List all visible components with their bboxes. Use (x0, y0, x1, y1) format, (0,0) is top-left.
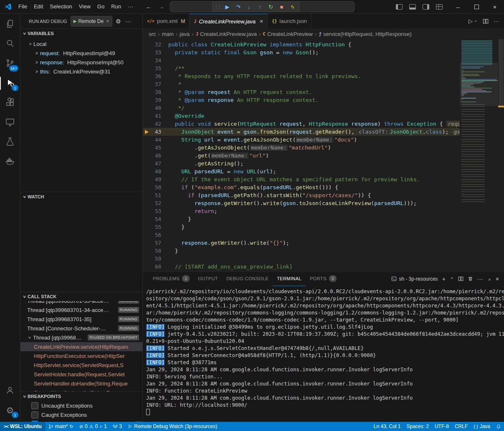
activity-extensions[interactable] (0, 93, 20, 113)
call-stack-thread[interactable]: Thread [qtp399683701-35]RUNNING (20, 314, 142, 324)
forward-button[interactable]: → (158, 3, 164, 10)
disconnect-button[interactable]: ■ (276, 3, 287, 11)
terminal-output[interactable]: /pierrick/.m2/repository/io/cloudevents/… (143, 286, 504, 422)
step-into-button[interactable]: ↓ (244, 3, 254, 11)
panel-tab-debug-console[interactable]: DEBUG CONSOLE (222, 271, 273, 286)
variable-row[interactable]: >request:HttpRequestImpl@49 (20, 48, 142, 58)
breakpoint-row[interactable]: ✓CreateLinkPreview.javasrc/main/java43 (20, 419, 142, 422)
panel-tab-problems[interactable]: PROBLEMS1 (149, 271, 194, 286)
menu-item-[interactable]: ··· (124, 2, 137, 11)
tab-createlinkpreview-java[interactable]: JCreateLinkPreview.java× (190, 14, 268, 28)
continue-button[interactable]: ▶ (222, 3, 233, 11)
panel-tab-output[interactable]: OUTPUT (194, 271, 222, 286)
watch-header[interactable]: >WATCH (20, 192, 142, 201)
launch-config-picker[interactable]: ▶ Remote De > (71, 16, 112, 27)
call-stack-thread[interactable]: Thread [qtp399683701-33-acce…RUNNING (20, 301, 142, 305)
encoding[interactable]: UTF-8 (432, 422, 452, 431)
problems[interactable]: ⊘0⚠0○1 (76, 422, 110, 431)
breakpoints-header[interactable]: >BREAKPOINTS (20, 392, 142, 401)
stack-frame[interactable]: ServletHolder.handle(Request,Servlet (20, 370, 142, 379)
activity-search[interactable] (0, 34, 20, 54)
menu-item-go[interactable]: Go (94, 2, 108, 11)
sidebar-more-icon[interactable]: ··· (124, 18, 132, 25)
step-over-button[interactable]: ↷ (233, 3, 243, 11)
terminal-dropdown-icon[interactable]: > (450, 277, 454, 281)
minimap[interactable] (460, 39, 498, 271)
command-center[interactable]: ⋮⋮▶↷↓↑↻■ϟ (170, 1, 355, 12)
activity-docker[interactable] (0, 152, 20, 172)
editor-more-icon[interactable]: ··· (494, 18, 499, 24)
breadcrumb-item[interactable]: src (149, 31, 156, 37)
active-terminal-label[interactable]: sh - 3p-resources (391, 276, 438, 282)
breakpoint-checkbox[interactable] (31, 411, 38, 418)
menu-item-edit[interactable]: Edit (30, 2, 46, 11)
close-icon[interactable]: × (260, 18, 263, 25)
tab-launch-json[interactable]: {}launch.json (268, 14, 312, 28)
debug-status[interactable]: Remote Debug Watch (3p-resources) (125, 422, 220, 431)
breakpoint-checkbox[interactable]: ✓ (31, 421, 38, 422)
back-button[interactable]: ← (146, 3, 152, 10)
variables-header[interactable]: >VARIABLES (20, 29, 142, 38)
variable-row[interactable]: >this:CreateLinkPreview@31 (20, 67, 142, 76)
panel-tab-terminal[interactable]: TERMINAL (273, 271, 306, 286)
eol[interactable]: CRLF (452, 422, 471, 431)
breadcrumb-item[interactable]: JCreateLinkPreview.java (195, 31, 256, 37)
activity-remote-explorer[interactable] (0, 113, 20, 132)
breakpoint-checkbox[interactable] (31, 402, 38, 409)
notifications[interactable] (493, 422, 504, 431)
breadcrumb-item[interactable]: java (180, 31, 190, 37)
call-stack-thread[interactable]: Thread [Connector-Scheduler-…RUNNING (20, 324, 142, 333)
activity-manage[interactable]: ⚙1 (0, 401, 20, 420)
toggle-panel-icon[interactable] (407, 2, 418, 12)
new-terminal-icon[interactable]: + (442, 276, 446, 282)
variable-row[interactable]: >response:HttpResponseImpl@50 (20, 58, 142, 67)
activity-explorer[interactable] (0, 15, 20, 34)
maximize-panel-icon[interactable]: > (487, 277, 491, 281)
activity-testing[interactable] (0, 132, 20, 152)
run-java-button[interactable]: ▷> (469, 18, 478, 24)
breadcrumb-item[interactable]: ƒservice(HttpRequest, HttpResponse) (319, 31, 411, 37)
cursor-position[interactable]: Ln 43, Col 1 (371, 422, 404, 431)
breadcrumb-item[interactable]: CCreateLinkPreview (263, 31, 313, 37)
call-stack-thread[interactable]: >Thread [qtp39968…PAUSED ON BREAKPOINT (20, 333, 142, 342)
activity-run-and-debug[interactable]: 1 (0, 74, 20, 93)
stack-frame[interactable]: ScopedHandler.handle(String,Reque (20, 388, 142, 391)
step-out-button[interactable]: ↑ (255, 3, 265, 11)
indentation[interactable]: Spaces: 2 (404, 422, 432, 431)
close-panel-icon[interactable]: × (496, 276, 499, 282)
language-mode[interactable]: { }Java (471, 422, 493, 431)
minimize-button[interactable]: – (449, 0, 467, 13)
breakpoint-row[interactable]: Caught Exceptions (20, 410, 142, 419)
drag-grip-icon[interactable]: ⋮⋮ (214, 5, 220, 9)
menu-item-view[interactable]: View (76, 2, 94, 11)
breadcrumb-item[interactable]: main (162, 31, 174, 37)
panel-more-icon[interactable]: ··· (477, 276, 483, 282)
toggle-sidebar-icon[interactable] (394, 2, 405, 12)
maximize-button[interactable] (467, 0, 486, 13)
activity-source-control[interactable]: 1K+ (0, 54, 20, 74)
variables-scope[interactable]: >Local (20, 39, 142, 48)
git-branch[interactable]: main*↻ (46, 422, 76, 431)
split-editor-icon[interactable] (483, 18, 489, 24)
stack-frame[interactable]: HttpFunctionExecutor.service(HttpSer (20, 351, 142, 360)
ports-forwarded[interactable]: 3 (110, 422, 125, 431)
kill-terminal-icon[interactable] (468, 276, 473, 281)
menu-item-run[interactable]: Run (108, 2, 124, 11)
menu-item-file[interactable]: File (15, 2, 30, 11)
tab-pom-xml[interactable]: </>pom.xmlM (143, 14, 190, 28)
close-button[interactable]: × (486, 0, 504, 13)
toggle-secondary-sidebar-icon[interactable] (420, 2, 431, 12)
menu-item-selection[interactable]: Selection (46, 2, 75, 11)
remote-indicator[interactable]: ><WSL: Ubuntu (0, 422, 46, 431)
debug-gear-icon[interactable]: ⚙ (115, 18, 122, 25)
breakpoint-row[interactable]: Uncaught Exceptions (20, 401, 142, 410)
editor-scrollbar[interactable] (498, 39, 504, 271)
split-terminal-icon[interactable] (458, 276, 463, 281)
restart-button[interactable]: ↻ (266, 3, 276, 11)
panel-tab-ports[interactable]: PORTS3 (306, 271, 341, 286)
activity-accounts[interactable] (0, 381, 20, 401)
stack-frame[interactable]: ServletHandler.doHandle(String,Reque (20, 379, 142, 388)
hot-code-replace-button[interactable]: ϟ (287, 3, 298, 11)
call-stack-thread[interactable]: Thread [qtp399683701-34-acce…RUNNING (20, 305, 142, 314)
stack-frame[interactable]: HttpServlet.service(ServletRequest,S (20, 360, 142, 370)
